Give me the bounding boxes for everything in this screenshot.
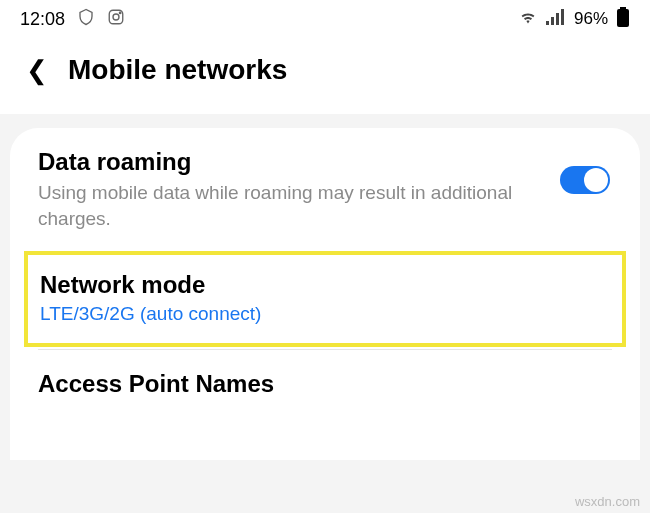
wifi-icon — [518, 9, 538, 29]
status-left: 12:08 — [20, 8, 125, 30]
battery-percent: 96% — [574, 9, 608, 29]
apn-setting[interactable]: Access Point Names — [10, 350, 640, 420]
data-roaming-setting[interactable]: Data roaming Using mobile data while roa… — [10, 128, 640, 249]
back-icon[interactable]: ❮ — [26, 55, 48, 86]
network-mode-setting[interactable]: Network mode LTE/3G/2G (auto connect) — [24, 251, 626, 347]
svg-rect-8 — [617, 9, 629, 27]
svg-rect-4 — [551, 17, 554, 25]
network-mode-value: LTE/3G/2G (auto connect) — [40, 303, 610, 325]
svg-point-2 — [119, 12, 121, 14]
watermark: wsxdn.com — [575, 494, 640, 509]
svg-rect-7 — [620, 7, 626, 9]
signal-icon — [546, 9, 566, 29]
instagram-icon — [107, 8, 125, 30]
svg-rect-3 — [546, 21, 549, 25]
settings-card: Data roaming Using mobile data while roa… — [10, 128, 640, 460]
data-roaming-desc: Using mobile data while roaming may resu… — [38, 180, 612, 231]
svg-rect-5 — [556, 13, 559, 25]
status-right: 96% — [518, 7, 630, 31]
svg-point-1 — [113, 14, 119, 20]
network-mode-title: Network mode — [40, 271, 610, 299]
page-header: ❮ Mobile networks — [0, 36, 650, 114]
data-roaming-toggle[interactable] — [560, 166, 610, 194]
svg-rect-6 — [561, 9, 564, 25]
data-roaming-title: Data roaming — [38, 148, 612, 176]
status-bar: 12:08 96% — [0, 0, 650, 36]
toggle-knob — [584, 168, 608, 192]
status-time: 12:08 — [20, 9, 65, 30]
battery-icon — [616, 7, 630, 31]
shield-icon — [77, 8, 95, 30]
apn-title: Access Point Names — [38, 370, 612, 398]
page-title: Mobile networks — [68, 54, 287, 86]
